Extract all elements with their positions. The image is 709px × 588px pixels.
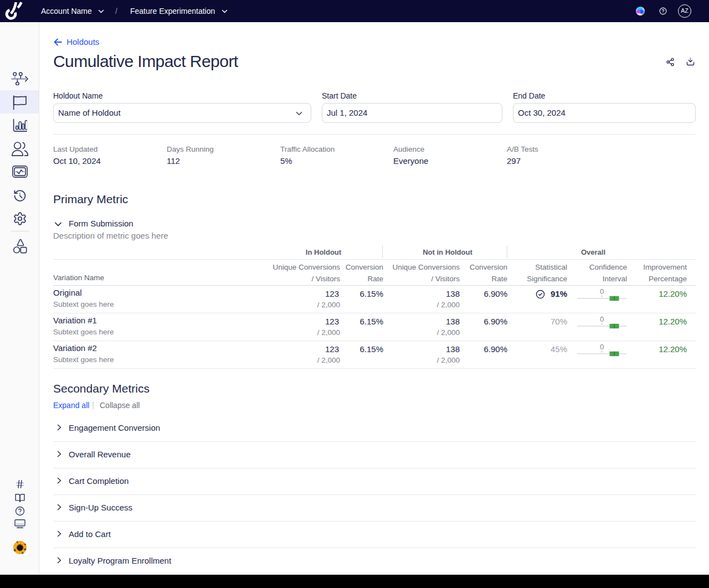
svg-text:0: 0 [600, 343, 604, 351]
svg-text:0: 0 [600, 287, 604, 296]
svg-text:0: 0 [600, 315, 604, 323]
